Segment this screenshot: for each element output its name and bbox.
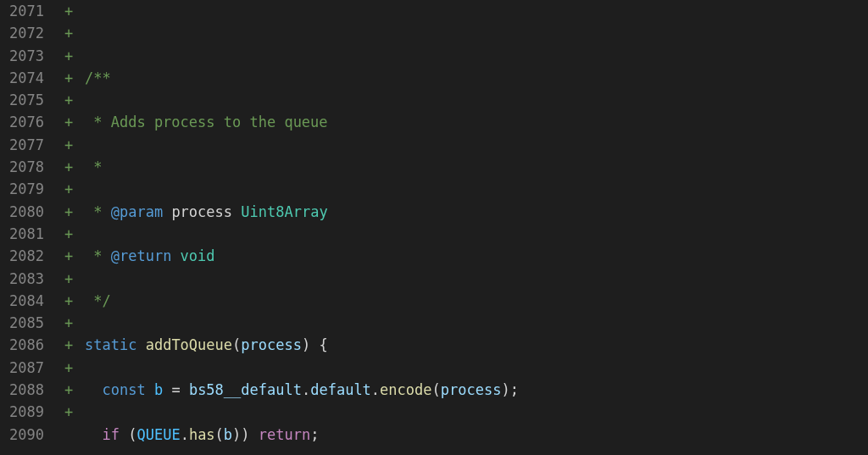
code-line: * [85,156,868,178]
diff-plus-icon: + [64,111,85,133]
diff-plus-icon: + [64,268,85,290]
diff-plus-icon: + [64,312,85,334]
code-line: * @return void [85,245,868,267]
line-number: 2086 [0,334,44,356]
jsdoc-type: void [171,247,214,264]
code-line: if (QUEUE.has(b)) return; [85,424,868,446]
diff-mark [64,424,85,446]
line-number: 2076 [0,111,44,133]
jsdoc-comment: * [85,158,102,175]
code-line: static addToQueue(process) { [85,334,868,356]
diff-plus-icon: + [64,401,85,423]
line-number: 2083 [0,268,44,290]
diff-plus-icon: + [64,223,85,245]
jsdoc-param-name: process [163,203,241,220]
line-number: 2088 [0,379,44,401]
line-number: 2081 [0,223,44,245]
line-number: 2074 [0,67,44,89]
keyword-if: if [102,426,119,443]
function-name: addToQueue [146,336,232,353]
line-number: 2073 [0,45,44,67]
identifier: process [441,381,502,398]
line-number: 2085 [0,312,44,334]
line-number: 2090 [0,424,44,446]
const: QUEUE [136,426,180,443]
line-number: 2084 [0,290,44,312]
diff-plus-icon: + [64,89,85,111]
jsdoc-comment: */ [85,292,111,309]
diff-plus-icon: + [64,45,85,67]
jsdoc-comment: * [85,203,111,220]
keyword-static: static [85,336,136,353]
code-line: const b = bs58__default.default.encode(p… [85,379,868,401]
diff-plus-icon: + [64,357,85,379]
jsdoc-type: Uint8Array [241,203,327,220]
line-number: 2080 [0,201,44,223]
jsdoc-tag: @param [111,203,163,220]
line-number: 2087 [0,357,44,379]
diff-plus-icon: + [64,134,85,156]
code-editor: 2071 2072 2073 2074 2075 2076 2077 2078 … [0,0,868,455]
variable: b [154,381,163,398]
diff-plus-icon: + [64,67,85,89]
line-number: 2079 [0,178,44,200]
diff-plus-icon: + [64,379,85,401]
line-number: 2072 [0,22,44,44]
diff-plus-icon: + [64,178,85,200]
code-line: * Adds process to the queue [85,111,868,133]
line-number: 2078 [0,156,44,178]
identifier: b [224,426,232,443]
line-number-gutter: 2071 2072 2073 2074 2075 2076 2077 2078 … [0,0,54,455]
line-number: 2071 [0,0,44,22]
diff-plus-icon: + [64,0,85,22]
identifier: default [310,381,371,398]
diff-gutter: + + + + + + + + + + + + + + + + + + + [54,0,85,455]
line-number: 2082 [0,245,44,267]
line-number: 2089 [0,401,44,423]
code-line: /** [85,67,868,89]
param: process [241,336,302,353]
code-line: * @param process Uint8Array [85,201,868,223]
identifier: bs58__default [189,381,302,398]
method: has [189,426,215,443]
keyword-const: const [102,381,145,398]
diff-plus-icon: + [64,290,85,312]
code-content[interactable]: /** * Adds process to the queue * * @par… [85,0,868,455]
diff-plus-icon: + [64,156,85,178]
keyword-return: return [259,426,310,443]
diff-plus-icon: + [64,22,85,44]
jsdoc-comment: * [85,247,111,264]
jsdoc-tag: @return [111,247,172,264]
diff-plus-icon: + [64,245,85,267]
jsdoc-comment: * Adds process to the queue [85,114,328,130]
line-number: 2075 [0,89,44,111]
code-line: */ [85,290,868,312]
jsdoc-comment: /** [85,69,111,86]
diff-plus-icon: + [64,201,85,223]
line-number: 2077 [0,134,44,156]
method: encode [380,381,431,398]
punct: = [163,381,189,398]
code-line [85,22,868,44]
diff-plus-icon: + [64,334,85,356]
